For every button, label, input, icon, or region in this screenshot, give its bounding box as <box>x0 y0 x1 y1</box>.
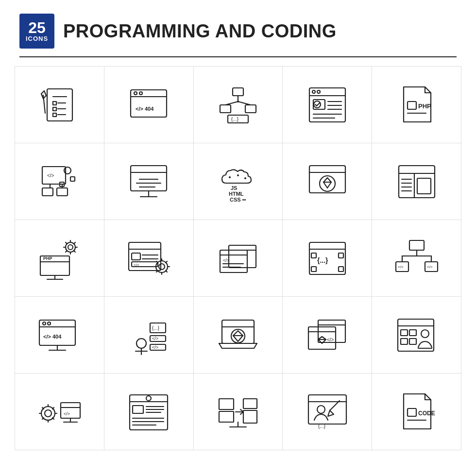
browser-layout-icon <box>104 374 194 450</box>
svg-point-26 <box>312 90 315 93</box>
cloud-js-html-css-icon: JS HTML CSS •• <box>194 143 283 220</box>
monitor-code-icon <box>104 143 194 220</box>
svg-rect-35 <box>408 102 416 109</box>
svg-point-200 <box>317 406 325 413</box>
layout-panel-icon <box>372 143 461 220</box>
svg-line-88 <box>74 242 75 244</box>
svg-rect-69 <box>417 178 431 194</box>
svg-text:{...}: {...} <box>152 325 160 331</box>
browser-settings-icon: </> <box>104 220 194 297</box>
badge-label: ICONS <box>26 35 48 42</box>
svg-text:{...}: {...} <box>318 424 326 429</box>
svg-text:JS: JS <box>231 185 237 191</box>
code-editor-icon: </> <box>194 220 283 297</box>
svg-rect-61 <box>309 166 345 193</box>
svg-text:</>: </> <box>47 173 54 178</box>
svg-point-167 <box>45 410 51 417</box>
svg-rect-120 <box>409 240 424 250</box>
responsive-design-icon: </> <box>15 143 104 220</box>
svg-text:</>: </> <box>223 258 229 263</box>
svg-line-19 <box>225 102 238 105</box>
404-browser-icon: </> 404 <box>104 67 194 143</box>
svg-rect-160 <box>401 330 408 336</box>
svg-text:</>: </> <box>152 345 158 350</box>
gem-code-browser-icon: </> <box>283 297 372 374</box>
grid-arrow-icon <box>194 374 283 450</box>
svg-text:</>: </> <box>398 265 404 269</box>
svg-rect-4 <box>53 113 56 117</box>
svg-rect-163 <box>409 339 416 344</box>
network-diagram-icon: {...} <box>194 67 283 143</box>
svg-rect-119 <box>339 267 343 272</box>
svg-text:{...}: {...} <box>317 256 328 264</box>
svg-line-85 <box>66 242 67 244</box>
svg-text:{...}: {...} <box>231 117 239 122</box>
svg-text:</> 404: </> 404 <box>43 334 62 340</box>
tutorial-browser-icon: {...} <box>283 374 372 450</box>
svg-text:</>: </> <box>152 336 158 341</box>
svg-rect-129 <box>39 320 75 345</box>
svg-rect-0 <box>47 89 72 121</box>
svg-rect-204 <box>408 408 416 416</box>
curly-bracket-browser-icon: {...} <box>283 220 372 297</box>
svg-line-86 <box>74 251 75 252</box>
svg-text:HTML: HTML <box>229 191 244 197</box>
svg-line-105 <box>166 261 167 263</box>
svg-rect-194 <box>243 399 257 408</box>
gem-laptop-icon <box>194 297 283 374</box>
browser-user-icon <box>372 297 461 374</box>
svg-point-136 <box>136 339 146 348</box>
svg-rect-10 <box>131 90 167 117</box>
browser-article-icon <box>283 67 372 143</box>
svg-point-13 <box>139 92 142 95</box>
svg-point-164 <box>421 330 429 338</box>
svg-text:PHP: PHP <box>43 256 52 261</box>
svg-marker-64 <box>323 178 331 188</box>
svg-text:</>: </> <box>327 337 334 342</box>
svg-rect-41 <box>57 188 68 196</box>
svg-rect-162 <box>401 339 408 344</box>
svg-text:PHP: PHP <box>418 102 431 110</box>
svg-rect-2 <box>53 102 56 105</box>
svg-rect-161 <box>409 330 416 336</box>
404-monitor-icon: </> 404 <box>15 297 104 374</box>
svg-line-20 <box>238 102 251 105</box>
svg-rect-191 <box>219 399 234 409</box>
svg-point-56 <box>237 174 239 176</box>
svg-point-131 <box>43 322 46 325</box>
svg-point-12 <box>134 92 137 95</box>
settings-code-icon: </> <box>15 374 104 450</box>
svg-point-132 <box>48 322 51 325</box>
svg-text:</>: </> <box>427 265 433 269</box>
header: 25 ICONS PROGRAMMING AND CODING <box>0 0 476 56</box>
svg-text:CSS ••: CSS •• <box>230 197 246 203</box>
page-title: PROGRAMMING AND CODING <box>63 21 337 42</box>
icon-grid: </> 404 {...} <box>15 66 461 450</box>
code-file-icon: CODE <box>372 374 461 450</box>
checklist-pencil-icon <box>15 67 104 143</box>
svg-rect-42 <box>42 188 53 196</box>
svg-point-21 <box>237 101 239 102</box>
svg-point-27 <box>317 90 320 93</box>
svg-line-87 <box>66 251 67 252</box>
svg-rect-118 <box>311 267 316 272</box>
svg-point-57 <box>244 177 246 179</box>
svg-text:</>: </> <box>134 263 139 267</box>
svg-rect-117 <box>339 253 343 258</box>
developer-code-icon: {...} </> </> <box>104 297 194 374</box>
svg-rect-16 <box>220 105 231 113</box>
svg-text:</> 404: </> 404 <box>136 106 154 112</box>
php-file-icon: PHP <box>372 67 461 143</box>
svg-marker-9 <box>41 91 46 99</box>
svg-rect-46 <box>70 177 75 181</box>
svg-point-97 <box>159 264 165 270</box>
svg-marker-202 <box>328 410 334 416</box>
svg-line-103 <box>166 271 167 272</box>
header-divider <box>19 56 457 57</box>
gem-browser-icon <box>283 143 372 220</box>
svg-rect-17 <box>245 105 256 113</box>
svg-rect-192 <box>219 411 234 422</box>
svg-rect-145 <box>222 320 254 343</box>
svg-text:CODE: CODE <box>418 410 435 417</box>
svg-point-80 <box>68 245 73 250</box>
